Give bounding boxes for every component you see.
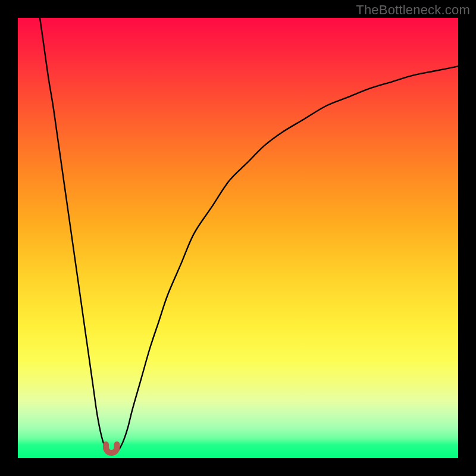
watermark-text: TheBottleneck.com: [356, 2, 470, 18]
bottleneck-curve: [18, 18, 458, 458]
chart-frame: TheBottleneck.com: [0, 0, 476, 476]
plot-area: [18, 18, 458, 458]
